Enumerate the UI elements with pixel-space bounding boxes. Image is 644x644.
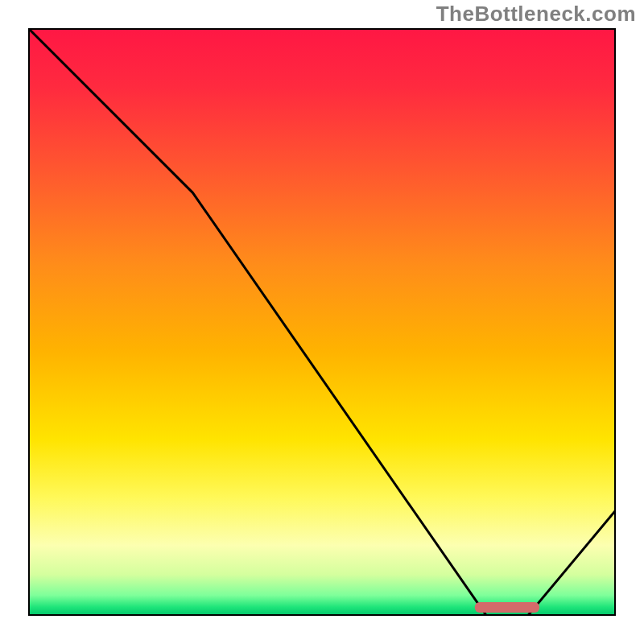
optimal-range-marker [475, 602, 539, 613]
chart-container: TheBottleneck.com [0, 0, 644, 644]
plot-area [28, 28, 616, 616]
chart-svg [28, 28, 616, 616]
attribution-watermark: TheBottleneck.com [436, 2, 636, 27]
